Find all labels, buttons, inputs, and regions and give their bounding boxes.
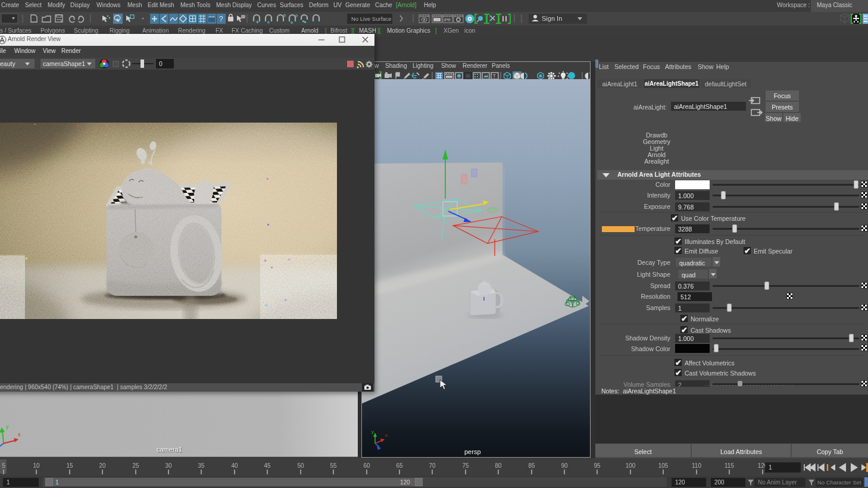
svg-text:Sign In: Sign In: [542, 15, 562, 22]
svg-text:Beauty: Beauty: [0, 60, 15, 67]
svg-text:5: 5: [2, 462, 5, 469]
svg-text:camera1: camera1: [157, 446, 182, 453]
svg-text:35: 35: [198, 462, 205, 469]
svg-text:40: 40: [231, 462, 238, 469]
svg-text:y: y: [6, 424, 9, 430]
svg-text:25: 25: [132, 462, 139, 469]
svg-text:15: 15: [66, 462, 73, 469]
svg-text:75: 75: [462, 462, 469, 469]
svg-text:80: 80: [495, 462, 502, 469]
svg-text:105: 105: [658, 462, 669, 469]
svg-text:30: 30: [165, 462, 172, 469]
svg-text:65: 65: [396, 462, 403, 469]
svg-text:100: 100: [626, 462, 636, 469]
svg-text:y: y: [371, 429, 374, 434]
svg-text:60: 60: [363, 462, 370, 469]
svg-text:x: x: [18, 431, 21, 437]
svg-text:20: 20: [99, 462, 106, 469]
svg-text:115: 115: [725, 462, 734, 469]
svg-text:T: T: [493, 73, 497, 79]
svg-text:persp: persp: [464, 448, 481, 455]
svg-text:No Live Surface: No Live Surface: [351, 15, 392, 22]
svg-text:85: 85: [528, 462, 535, 469]
svg-text:45: 45: [264, 462, 271, 469]
svg-text:90: 90: [561, 462, 568, 469]
svg-text:IPR: IPR: [444, 18, 451, 22]
svg-text:cameraShape1: cameraShape1: [43, 60, 85, 67]
svg-text:70: 70: [429, 462, 436, 469]
svg-text:110: 110: [692, 462, 701, 469]
svg-text:95: 95: [594, 462, 601, 469]
svg-text:0: 0: [159, 60, 163, 67]
svg-text:x: x: [385, 433, 388, 438]
svg-text:?: ?: [219, 15, 223, 23]
svg-text:55: 55: [330, 462, 337, 469]
svg-text:50: 50: [297, 462, 304, 469]
svg-text:10: 10: [33, 462, 40, 469]
